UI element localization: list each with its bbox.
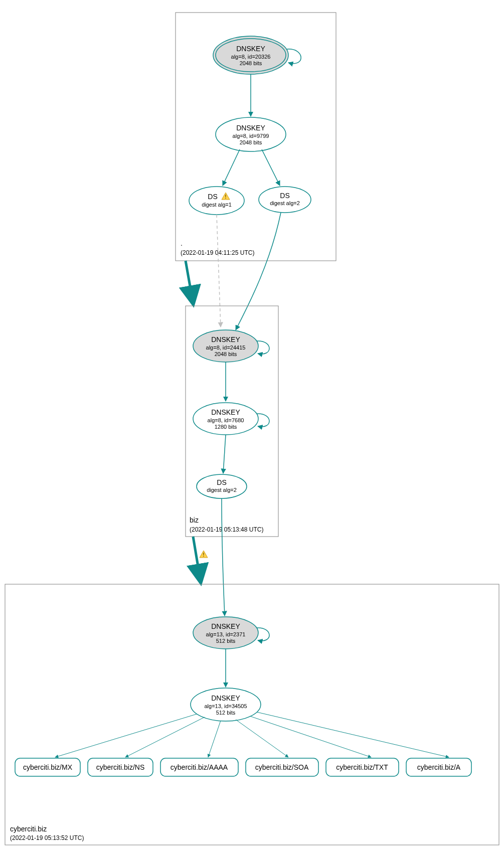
svg-point-14 bbox=[259, 187, 311, 213]
record-a: cyberciti.biz/A bbox=[406, 758, 471, 776]
edge-root-zsk-ds2 bbox=[262, 149, 280, 186]
svg-text:DNSKEY: DNSKEY bbox=[211, 622, 240, 630]
zone-root: . (2022-01-19 04:11:25 UTC) DNSKEY alg=8… bbox=[176, 13, 336, 261]
edge-zsk-txt bbox=[250, 716, 371, 757]
node-root-ksk: DNSKEY alg=8, id=20326 2048 bits bbox=[213, 36, 288, 74]
node-root-zsk: DNSKEY alg=8, id=9799 2048 bits bbox=[216, 117, 286, 151]
node-biz-zsk: DNSKEY alg=8, id=7680 1280 bits bbox=[193, 403, 258, 435]
svg-text:alg=8, id=9799: alg=8, id=9799 bbox=[233, 133, 269, 139]
edge-ds1-to-biz-ksk bbox=[217, 215, 221, 327]
edge-root-to-biz-zone bbox=[186, 261, 193, 303]
svg-text:512 bits: 512 bits bbox=[216, 710, 236, 716]
svg-text:cyberciti.biz/TXT: cyberciti.biz/TXT bbox=[336, 763, 388, 771]
zone-cyberciti-label: cyberciti.biz bbox=[10, 825, 47, 833]
edge-zsk-a bbox=[257, 712, 449, 757]
svg-text:alg=8, id=7680: alg=8, id=7680 bbox=[208, 417, 244, 423]
svg-point-10 bbox=[189, 187, 244, 215]
edge-cb-ksk-self bbox=[257, 628, 269, 641]
node-root-ds2: DS digest alg=2 bbox=[259, 187, 311, 213]
svg-text:DNSKEY: DNSKEY bbox=[236, 124, 265, 132]
record-ns: cyberciti.biz/NS bbox=[88, 758, 153, 776]
edge-biz-to-cyberciti-zone bbox=[193, 537, 201, 582]
zone-biz: biz (2022-01-19 05:13:48 UTC) DNSKEY alg… bbox=[186, 306, 278, 537]
edge-ds2-to-biz-ksk bbox=[236, 213, 281, 330]
node-biz-ksk: DNSKEY alg=8, id=24415 2048 bits bbox=[193, 330, 258, 362]
dnssec-chain-diagram: . (2022-01-19 04:11:25 UTC) DNSKEY alg=8… bbox=[0, 0, 504, 858]
edge-biz-zsk-self bbox=[257, 414, 269, 427]
svg-text:2048 bits: 2048 bits bbox=[215, 351, 237, 357]
edge-zsk-soa bbox=[236, 720, 288, 757]
svg-text:DNSKEY: DNSKEY bbox=[211, 408, 240, 416]
svg-text:cyberciti.biz/MX: cyberciti.biz/MX bbox=[23, 763, 73, 771]
svg-text:alg=13, id=34505: alg=13, id=34505 bbox=[204, 703, 247, 709]
edge-biz-zsk-ds bbox=[223, 435, 226, 473]
svg-text:!: ! bbox=[203, 552, 204, 558]
svg-text:digest alg=1: digest alg=1 bbox=[202, 202, 232, 208]
zone-root-label: . bbox=[181, 239, 183, 247]
svg-text:2048 bits: 2048 bits bbox=[240, 60, 262, 66]
edge-root-ksk-self bbox=[287, 49, 301, 64]
svg-text:cyberciti.biz/NS: cyberciti.biz/NS bbox=[96, 763, 144, 771]
svg-text:digest alg=2: digest alg=2 bbox=[270, 200, 300, 206]
zone-cyberciti: cyberciti.biz (2022-01-19 05:13:52 UTC) … bbox=[5, 584, 499, 845]
record-txt: cyberciti.biz/TXT bbox=[326, 758, 399, 776]
record-aaaa: cyberciti.biz/AAAA bbox=[160, 758, 238, 776]
zone-biz-timestamp: (2022-01-19 05:13:48 UTC) bbox=[190, 526, 263, 533]
svg-text:DNSKEY: DNSKEY bbox=[236, 45, 265, 53]
record-soa: cyberciti.biz/SOA bbox=[246, 758, 318, 776]
svg-text:alg=13, id=2371: alg=13, id=2371 bbox=[206, 631, 246, 637]
warning-icon: ! bbox=[200, 551, 208, 558]
svg-text:2048 bits: 2048 bits bbox=[240, 139, 262, 145]
svg-text:DNSKEY: DNSKEY bbox=[211, 335, 240, 344]
record-mx: cyberciti.biz/MX bbox=[15, 758, 80, 776]
svg-text:alg=8, id=20326: alg=8, id=20326 bbox=[231, 54, 271, 60]
edge-biz-ds-to-cb-ksk bbox=[222, 498, 225, 616]
svg-text:cyberciti.biz/SOA: cyberciti.biz/SOA bbox=[255, 763, 309, 771]
zone-cyberciti-timestamp: (2022-01-19 05:13:52 UTC) bbox=[10, 834, 84, 841]
svg-text:cyberciti.biz/A: cyberciti.biz/A bbox=[417, 763, 461, 771]
edge-zsk-aaaa bbox=[208, 721, 221, 757]
svg-text:digest alg=2: digest alg=2 bbox=[207, 487, 237, 493]
svg-text:!: ! bbox=[225, 194, 226, 200]
node-cyberciti-ksk: DNSKEY alg=13, id=2371 512 bits bbox=[193, 617, 258, 649]
node-biz-ds: DS digest alg=2 bbox=[197, 474, 247, 498]
svg-text:DS: DS bbox=[217, 478, 226, 486]
zone-biz-label: biz bbox=[190, 516, 199, 524]
edge-root-zsk-ds1 bbox=[223, 149, 240, 186]
svg-text:512 bits: 512 bits bbox=[216, 638, 236, 644]
svg-text:DS: DS bbox=[280, 192, 289, 200]
edge-biz-ksk-self bbox=[257, 341, 269, 354]
svg-text:cyberciti.biz/AAAA: cyberciti.biz/AAAA bbox=[171, 763, 228, 771]
zone-root-timestamp: (2022-01-19 04:11:25 UTC) bbox=[181, 249, 254, 256]
edge-zsk-ns bbox=[125, 717, 205, 757]
svg-text:1280 bits: 1280 bits bbox=[215, 424, 237, 430]
svg-text:DS: DS bbox=[208, 193, 217, 201]
svg-text:alg=8, id=24415: alg=8, id=24415 bbox=[206, 345, 246, 351]
edge-zsk-mx bbox=[55, 714, 197, 757]
svg-text:DNSKEY: DNSKEY bbox=[211, 694, 240, 702]
node-root-ds1: DS digest alg=1 ! bbox=[189, 187, 244, 215]
